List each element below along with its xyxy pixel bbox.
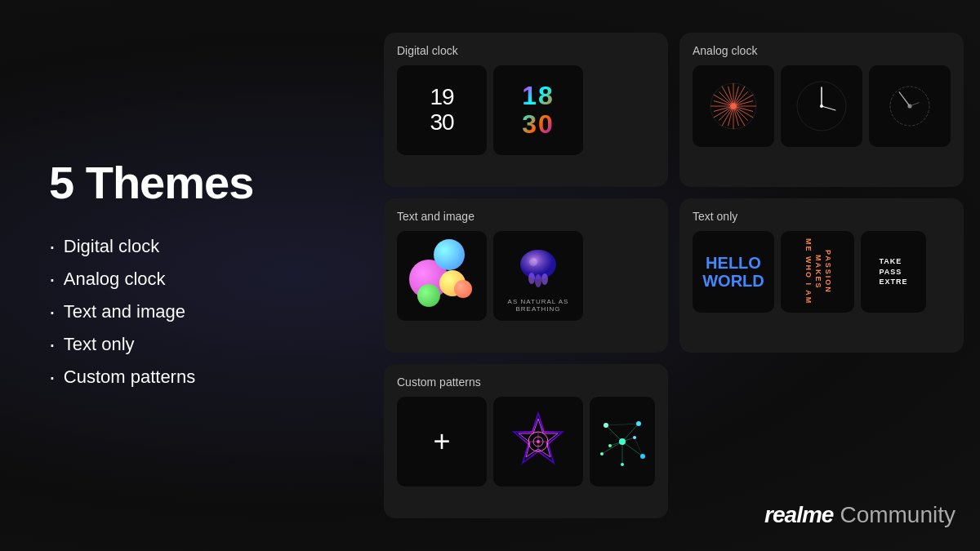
analog-preview-2 [781, 65, 862, 147]
take-preview: TAKEPASSEXTRE [861, 231, 926, 313]
text-image-title: Text and image [397, 210, 655, 223]
svg-point-35 [528, 273, 535, 284]
add-pattern-preview[interactable]: + [397, 397, 487, 487]
custom-patterns-previews: + [397, 397, 655, 502]
text-only-title: Text only [693, 210, 951, 223]
brand-community: Community [840, 502, 956, 528]
mandala-svg [506, 409, 571, 474]
digital-clock-card: Digital clock 1930 1830 [384, 33, 668, 187]
main-title: 5 Themes [49, 158, 327, 208]
bubble-2 [434, 239, 465, 270]
list-item-text-image: Text and image [49, 295, 327, 328]
svg-line-33 [910, 103, 919, 106]
natural-text: AS NATURAL AS BREATHING [493, 298, 583, 313]
analog-preview-1 [693, 65, 774, 147]
plus-icon: + [433, 427, 450, 456]
take-text: TAKEPASSEXTRE [874, 251, 912, 292]
theme-list: Digital clock Analog clock Text and imag… [49, 230, 327, 393]
right-panel: Digital clock 1930 1830 Analog clock [384, 33, 964, 518]
digital-preview-2: 1830 [493, 65, 583, 155]
text-only-previews: HELLO WORLD PASSION MAKESME WHO I AM TAK… [693, 231, 951, 336]
hello-world-preview: HELLO WORLD [693, 231, 774, 313]
bubble-5 [454, 280, 472, 298]
bubbles-container [405, 239, 479, 313]
svg-line-58 [602, 442, 622, 454]
digital-preview-1: 1930 [397, 65, 487, 155]
text-image-previews: AS NATURAL AS BREATHING [397, 231, 655, 336]
clock-text-1: 1930 [430, 85, 453, 136]
hello-world-text: HELLO WORLD [693, 254, 774, 290]
list-item-text-only: Text only [49, 328, 327, 361]
text-only-card: Text only HELLO WORLD PASSION MAKESME WH… [679, 198, 964, 353]
brand-realme: realme [764, 502, 833, 528]
svg-line-29 [822, 106, 835, 110]
passion-preview: PASSION MAKESME WHO I AM [781, 231, 854, 313]
network-preview [590, 397, 655, 487]
analog-clock-card: Analog clock [679, 33, 964, 187]
svg-line-56 [606, 425, 622, 442]
list-item-analog: Analog clock [49, 263, 327, 295]
svg-point-36 [535, 274, 541, 287]
analog-clock-previews [693, 65, 951, 171]
minimal-clock-svg [793, 78, 850, 135]
natural-preview: AS NATURAL AS BREATHING [493, 231, 583, 321]
list-item-digital: Digital clock [49, 230, 327, 263]
bubbles-preview [397, 231, 487, 321]
svg-point-38 [529, 258, 537, 266]
svg-line-32 [899, 92, 910, 106]
analog-clock-title: Analog clock [693, 44, 951, 57]
network-svg [590, 409, 655, 474]
custom-patterns-title: Custom patterns [397, 375, 655, 389]
clock-text-3d: 1830 [522, 82, 555, 139]
svg-line-63 [606, 424, 639, 425]
mandala-preview [493, 397, 583, 487]
analog-preview-3 [869, 65, 951, 147]
list-item-custom: Custom patterns [49, 361, 327, 393]
svg-point-37 [541, 273, 548, 285]
text-image-card: Text and image [384, 198, 668, 353]
arc-clock-svg [885, 82, 934, 131]
custom-patterns-card: Custom patterns + [384, 364, 668, 518]
digital-clock-title: Digital clock [397, 44, 655, 57]
passion-text: PASSION MAKESME WHO I AM [803, 231, 831, 313]
digital-clock-previews: 1930 1830 [397, 65, 655, 171]
bubble-4 [417, 284, 440, 307]
spiky-clock-svg [705, 78, 762, 135]
jellyfish-svg [514, 244, 563, 293]
left-panel: 5 Themes Digital clock Analog clock Text… [49, 158, 327, 394]
branding: realme Community [764, 502, 956, 528]
